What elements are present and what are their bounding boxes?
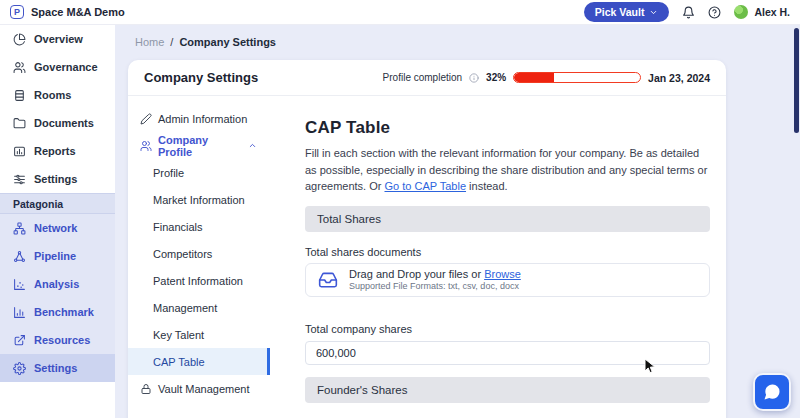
nav-label: CAP Table: [153, 356, 205, 368]
breadcrumb-home[interactable]: Home: [135, 36, 164, 48]
user-menu[interactable]: Alex H.: [734, 5, 790, 19]
profile-completion-label: Profile completion: [383, 72, 462, 83]
content-intro: Fill in each section with the relevant i…: [305, 145, 710, 195]
nav-label: Admin Information: [158, 113, 247, 125]
sidebar-item-settings[interactable]: Settings: [0, 165, 115, 193]
total-shares-documents-label: Total shares documents: [305, 246, 710, 258]
sidebar-item-reports[interactable]: Reports: [0, 137, 115, 165]
nav-competitors[interactable]: Competitors: [128, 240, 270, 267]
top-bar: P Space M&A Demo Pick Vault Alex H.: [0, 0, 800, 25]
chevron-up-icon: [248, 141, 257, 150]
sidebar-item-rooms[interactable]: Rooms: [0, 81, 115, 109]
nav-key-talent[interactable]: Key Talent: [128, 321, 270, 348]
sidebar-label: Pipeline: [34, 250, 76, 262]
external-link-icon: [13, 334, 26, 347]
sidebar-label: Overview: [34, 33, 83, 45]
nav-vault-management[interactable]: Vault Management: [128, 375, 270, 402]
breadcrumb: Home / Company Settings: [115, 25, 800, 48]
app-window: P Space M&A Demo Pick Vault Alex H.: [0, 0, 800, 418]
sidebar-item-pipeline[interactable]: Pipeline: [0, 242, 115, 270]
gear-icon: [13, 362, 26, 375]
sidebar-label: Reports: [34, 145, 76, 157]
sidebar-label: Settings: [34, 362, 77, 374]
breadcrumb-separator: /: [170, 36, 173, 48]
nav-label: Vault Management: [158, 383, 250, 395]
content-heading: CAP Table: [305, 118, 710, 138]
completion-progress-bar: [513, 72, 641, 83]
nav-market-information[interactable]: Market Information: [128, 186, 270, 213]
browse-link[interactable]: Browse: [484, 268, 521, 280]
workspace-section: Patagonia Network Pipeline Analysis Benc…: [0, 193, 115, 382]
pick-vault-button[interactable]: Pick Vault: [584, 2, 670, 22]
avatar: [734, 5, 748, 19]
total-shares-section-bar: Total Shares: [305, 206, 710, 232]
scatter-icon: [13, 278, 26, 291]
user-name: Alex H.: [754, 6, 790, 18]
inbox-icon: [318, 270, 338, 290]
dropzone-text: Drag and Drop your files or Browse: [349, 268, 521, 280]
sidebar-item-network[interactable]: Network: [0, 214, 115, 242]
date-label: Jan 23, 2024: [648, 72, 710, 84]
company-settings-card: Company Settings Profile completion 32% …: [128, 60, 726, 418]
sidebar-label: Network: [34, 222, 77, 234]
org-nodes-icon: [13, 222, 26, 235]
total-company-shares-input[interactable]: [305, 341, 710, 365]
nav-company-profile[interactable]: Company Profile: [128, 132, 270, 159]
sidebar-label: Governance: [34, 61, 98, 73]
triangle-nodes-icon: [13, 250, 26, 263]
sidebar-label: Resources: [34, 334, 90, 346]
chat-widget-button[interactable]: [753, 373, 791, 411]
nav-label: Patent Information: [153, 275, 243, 287]
sidebar-item-resources[interactable]: Resources: [0, 326, 115, 354]
completion-percent: 32%: [486, 72, 506, 83]
scrollbar-thumb[interactable]: [794, 28, 799, 133]
sliders-icon: [13, 173, 26, 186]
completion-progress-fill: [514, 73, 554, 82]
card-header: Company Settings Profile completion 32% …: [128, 60, 726, 96]
chat-bubble-icon: [762, 382, 782, 402]
pie-chart-icon: [13, 33, 26, 46]
sidebar-item-overview[interactable]: Overview: [0, 25, 115, 53]
sidebar-item-workspace-settings[interactable]: Settings: [0, 354, 115, 382]
nav-label: Management: [153, 302, 217, 314]
total-shares-dropzone[interactable]: Drag and Drop your files or Browse Suppo…: [305, 263, 710, 297]
lock-icon: [140, 383, 152, 395]
nav-profile[interactable]: Profile: [128, 159, 270, 186]
sidebar-item-analysis[interactable]: Analysis: [0, 270, 115, 298]
app-logo-icon: P: [10, 5, 24, 19]
nav-label: Key Talent: [153, 329, 204, 341]
cap-table-content: CAP Table Fill in each section with the …: [270, 96, 726, 418]
workspace-name: Patagonia: [0, 193, 115, 214]
nav-label: Profile: [153, 167, 184, 179]
users-icon: [13, 61, 26, 74]
nav-admin-information[interactable]: Admin Information: [128, 105, 270, 132]
nav-management[interactable]: Management: [128, 294, 270, 321]
go-to-cap-table-link[interactable]: Go to CAP Table: [384, 180, 466, 192]
rooms-icon: [13, 89, 26, 102]
report-chart-icon: [13, 145, 26, 158]
notifications-bell-icon[interactable]: [682, 6, 695, 19]
sidebar: Overview Governance Rooms Documents Repo…: [0, 25, 115, 418]
nav-financials[interactable]: Financials: [128, 213, 270, 240]
sidebar-item-governance[interactable]: Governance: [0, 53, 115, 81]
settings-nav: Admin Information Company Profile Profil…: [128, 96, 270, 418]
sidebar-label: Analysis: [34, 278, 79, 290]
dropzone-formats: Supported File Formats: txt, csv, doc, d…: [349, 281, 521, 291]
breadcrumb-current: Company Settings: [179, 36, 276, 48]
page-title: Company Settings: [144, 70, 258, 85]
help-icon[interactable]: [708, 6, 721, 19]
nav-patent-information[interactable]: Patent Information: [128, 267, 270, 294]
folder-icon: [13, 117, 26, 130]
nav-cap-table[interactable]: CAP Table: [128, 348, 270, 375]
sidebar-label: Documents: [34, 117, 94, 129]
profile-users-icon: [140, 140, 152, 152]
sidebar-label: Settings: [34, 173, 77, 185]
bar-chart-icon: [13, 306, 26, 319]
pencil-icon: [140, 113, 152, 125]
sidebar-label: Rooms: [34, 89, 71, 101]
chevron-down-icon: [649, 8, 658, 17]
sidebar-item-documents[interactable]: Documents: [0, 109, 115, 137]
sidebar-item-benchmark[interactable]: Benchmark: [0, 298, 115, 326]
nav-label: Competitors: [153, 248, 212, 260]
nav-label: Financials: [153, 221, 203, 233]
